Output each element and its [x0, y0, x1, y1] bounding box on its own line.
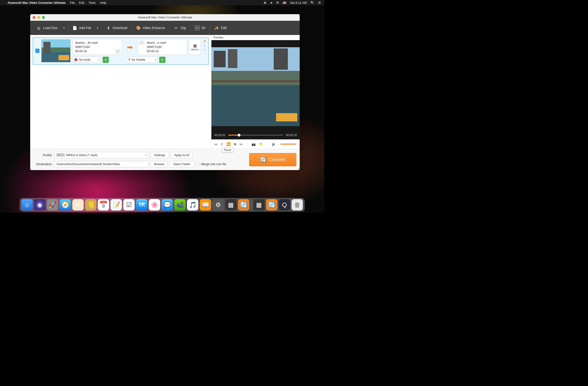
collapse-button[interactable]: ‹ — [204, 52, 205, 55]
load-disc-dropdown[interactable]: ▼ — [61, 25, 66, 31]
item-thumbnail[interactable] — [41, 39, 71, 62]
source-resolution: 3840*2160 — [75, 45, 119, 49]
dock-preferences[interactable]: ⚙ — [213, 199, 224, 210]
profile-label: Profile: — [34, 153, 52, 157]
dock-safari[interactable]: 🧭 — [60, 199, 71, 210]
file-add-icon: 📄 — [72, 25, 77, 30]
dock-app2[interactable]: 🔄 — [238, 199, 249, 210]
dock-app3[interactable]: ▦ — [253, 199, 265, 210]
flag-icon[interactable]: 🇺🇸 — [282, 1, 286, 4]
wand-icon: ✨ — [214, 25, 219, 30]
menu-tools[interactable]: Tools — [88, 1, 96, 4]
source-2d-badge: 2D — [115, 50, 120, 53]
fast-forward-button[interactable]: ⏩ — [227, 142, 231, 146]
merge-checkbox[interactable] — [196, 162, 199, 166]
clip-button[interactable]: ✂Clip — [171, 24, 189, 32]
3d-button[interactable]: 3D3D — [192, 24, 209, 32]
separator — [102, 24, 102, 32]
file-list: ✓ dearbo…4k.mp4 3840*2160 00:00:10 2D ➡ … — [30, 35, 211, 149]
dock-app4[interactable]: 🔄 — [266, 199, 277, 210]
volume-slider[interactable] — [280, 144, 297, 145]
dock-mail[interactable]: ✉ — [72, 199, 84, 210]
output-filename: dearb…k.mp4 — [147, 41, 185, 45]
dock-ibooks[interactable]: 📖 — [200, 199, 211, 210]
dock-notes[interactable]: 📝 — [111, 199, 122, 210]
dock-app1[interactable]: ▦ — [225, 199, 237, 210]
dock-maps[interactable]: 🗺 — [136, 199, 147, 210]
seek-slider[interactable] — [228, 135, 283, 136]
apply-to-all-button[interactable]: Apply to All — [171, 152, 193, 159]
menubar-clock[interactable]: Sat 8:11 AM — [290, 1, 307, 4]
display-icon[interactable]: 🖥 — [263, 1, 266, 4]
player-controls: ⏮ ⏸ ⏩ ⏹ ⏭ 📷 📁 🔊 Pause — [211, 139, 300, 149]
dock-finder[interactable]: ☺ — [21, 199, 33, 210]
dock-siri[interactable]: ◉ — [34, 199, 45, 210]
dock-facetime[interactable]: 📹 — [174, 199, 186, 210]
snapshot-button[interactable]: 📷 — [252, 142, 255, 146]
source-duration: 00:00:10 — [75, 49, 119, 53]
volume-icon[interactable]: 🔊 — [272, 142, 276, 146]
preview-panel: Preview 00:00:02 00:00:10 ⏮ ⏸ ⏩ ⏹ ⏭ — [211, 35, 300, 149]
chevron-down-icon: ▾ — [145, 154, 147, 156]
convert-button[interactable]: 🔄Convert — [249, 153, 296, 166]
preview-video[interactable] — [211, 47, 300, 126]
current-time: 00:00:02 — [214, 134, 225, 137]
pause-button[interactable]: ⏸ — [220, 142, 224, 146]
file-item[interactable]: ✓ dearbo…4k.mp4 3840*2160 00:00:10 2D ➡ … — [33, 37, 209, 65]
notifications-icon[interactable]: ☰ — [318, 1, 321, 4]
dock-messages[interactable]: 💬 — [162, 199, 173, 210]
add-audio-button[interactable]: + — [103, 57, 109, 63]
output-info: 2D dearb…k.mp4 3840*2160 00:00:10 — [138, 39, 187, 55]
move-down-button[interactable]: ∨ — [204, 48, 206, 51]
output-resolution: 3840*2160 — [147, 45, 185, 49]
bluetooth-icon[interactable]: ➤ — [270, 1, 273, 4]
settings-button[interactable]: Settings — [150, 152, 169, 159]
format-icon[interactable]: ▦MPEG4 — [189, 39, 201, 55]
move-up-button[interactable]: ∧ — [204, 44, 206, 47]
subtitle-select[interactable]: TNo Subtitle▾ — [127, 57, 157, 63]
download-button[interactable]: ⬇Download — [103, 24, 130, 32]
profile-select[interactable]: MPEGMPEG-4 Video (*.mp4)▾ — [54, 152, 149, 159]
item-checkbox[interactable]: ✓ — [35, 49, 39, 53]
menu-edit[interactable]: Edit — [79, 1, 84, 4]
edit-button[interactable]: ✨Edit — [211, 24, 229, 32]
destination-input[interactable]: /Users/dmx/Documents/Aiseesoft Studio/Vi… — [54, 161, 149, 167]
browse-button[interactable]: Browse — [150, 161, 168, 167]
chevron-down-icon: ▾ — [155, 59, 156, 61]
dock-trash[interactable]: 🗑 — [292, 199, 303, 210]
dock-photos[interactable]: 🌸 — [149, 199, 160, 210]
window-titlebar[interactable]: Aiseesoft Mac Video Converter Ultimate — [30, 14, 300, 21]
dock-separator — [251, 200, 252, 210]
spotlight-icon[interactable]: 🔍 — [311, 1, 314, 4]
prev-button[interactable]: ⏮ — [214, 142, 218, 146]
airplay-icon[interactable]: ⧉ — [276, 1, 279, 4]
window-resize-handle[interactable]: ◢ — [297, 167, 299, 170]
convert-icon: 🔄 — [260, 157, 266, 163]
dock-calendar[interactable]: JUN9 — [98, 199, 109, 210]
add-file-button[interactable]: 📄Add File — [70, 24, 94, 32]
window-title: Aiseesoft Mac Video Converter Ultimate — [30, 16, 300, 19]
dock-itunes[interactable]: 🎵 — [187, 199, 198, 210]
source-info: dearbo…4k.mp4 3840*2160 00:00:10 2D — [72, 39, 122, 55]
stop-button[interactable]: ⏹ — [233, 142, 237, 146]
dock-reminders[interactable]: ☑ — [123, 199, 135, 210]
dock-quicktime[interactable]: Q — [279, 199, 290, 210]
speaker-icon: 🔇 — [74, 58, 78, 61]
scissors-icon: ✂ — [174, 25, 178, 30]
dock-contacts[interactable]: 📒 — [85, 199, 97, 210]
next-button[interactable]: ⏭ — [239, 142, 243, 146]
audio-track-select[interactable]: 🔇No Audio▾ — [72, 57, 101, 63]
menu-help[interactable]: Help — [100, 1, 106, 4]
dock-launchpad[interactable]: 🚀 — [47, 199, 58, 210]
menu-file[interactable]: File — [70, 1, 75, 4]
output-duration: 00:00:10 — [147, 49, 185, 53]
add-subtitle-button[interactable]: + — [159, 57, 165, 63]
open-snapshot-folder-button[interactable]: 📁 — [259, 142, 263, 146]
open-folder-button[interactable]: Open Folder — [170, 161, 194, 167]
video-enhance-button[interactable]: 🎨Video Enhance — [133, 24, 168, 32]
app-menu[interactable]: Aiseesoft Mac Video Converter Ultimate — [8, 1, 66, 4]
mpeg-icon: MPEG — [56, 154, 65, 157]
add-file-dropdown[interactable]: ▼ — [95, 25, 100, 31]
remove-item-button[interactable]: ✕ — [203, 39, 206, 43]
load-disc-button[interactable]: ◎Load Disc — [34, 24, 60, 32]
